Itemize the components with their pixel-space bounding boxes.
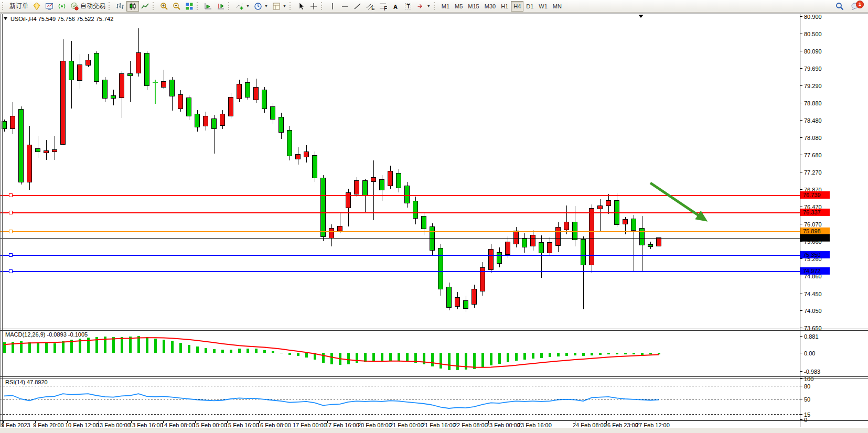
time-tick-label: 13 Feb 00:00 xyxy=(97,422,131,428)
toolbar-drag-handle[interactable] xyxy=(434,2,437,10)
template-icon xyxy=(272,2,281,10)
arrows-tool-button[interactable]: ▼ xyxy=(414,1,433,12)
auto-trading-button[interactable]: 自动交易 xyxy=(68,1,108,12)
svg-text:T: T xyxy=(406,3,410,9)
label-tool-button[interactable]: T xyxy=(402,1,414,12)
time-tick-label: 9 Feb 20:00 xyxy=(33,422,64,428)
macd-axis-label: 0.00 xyxy=(804,350,815,356)
zoom-out-button[interactable] xyxy=(170,1,183,12)
mt4-window: 新订单自动交易▼▼▼EFAT▼M1M5M15M30H1H4D1W1MN1 80.… xyxy=(0,0,868,433)
toolbar-drag-handle[interactable] xyxy=(228,2,231,10)
crosshair-tool-button[interactable] xyxy=(307,1,320,12)
search-button[interactable] xyxy=(833,1,846,12)
toolbar-drag-handle[interactable] xyxy=(2,2,5,10)
price-tick-label: 80.500 xyxy=(804,31,822,37)
signal-icon xyxy=(58,2,66,10)
new-order-button[interactable]: 新订单 xyxy=(7,1,30,12)
line-anchor-marker[interactable] xyxy=(9,230,12,233)
timeframe-m15[interactable]: M15 xyxy=(465,1,481,12)
channel-tool-button[interactable]: E xyxy=(364,1,377,12)
vertical-line-tool-button[interactable] xyxy=(326,1,339,12)
timeframe-w1[interactable]: W1 xyxy=(536,1,550,12)
chart-shift-button[interactable] xyxy=(215,1,227,12)
horizontal-line-tool-button[interactable] xyxy=(339,1,351,12)
price-tag-label: 75.898 xyxy=(803,228,821,234)
autotrade-icon xyxy=(70,2,79,10)
dropdown-caret-icon[interactable]: ▼ xyxy=(427,4,431,8)
indicators-button[interactable]: ▼ xyxy=(233,1,252,12)
svg-text:F: F xyxy=(384,5,387,10)
zoom-in-button[interactable] xyxy=(158,1,170,12)
trendline-tool-button[interactable] xyxy=(351,1,364,12)
navigator-button[interactable] xyxy=(56,1,68,12)
market-watch-button[interactable] xyxy=(30,1,43,12)
tile-windows-button[interactable] xyxy=(183,1,196,12)
rsi-line xyxy=(4,394,659,408)
price-tick-label: 74.450 xyxy=(804,291,822,297)
toolbar-drag-handle[interactable] xyxy=(109,2,112,10)
line-chart-mode-button[interactable] xyxy=(139,1,152,12)
rsi-axis-label: 50 xyxy=(804,396,810,403)
time-tick-label: 23 Feb 16:00 xyxy=(518,422,552,428)
toolbar-drag-handle[interactable] xyxy=(197,2,200,10)
price-tick-label: 73.650 xyxy=(804,325,822,331)
time-tick-label: 14 Feb 08:00 xyxy=(161,422,195,428)
channel-icon: E xyxy=(366,2,374,10)
clock-icon xyxy=(254,2,262,10)
time-tick-label: 15 Feb 00:00 xyxy=(193,422,227,428)
symbol-dropdown-icon[interactable] xyxy=(4,17,7,20)
data-window-button[interactable] xyxy=(43,1,56,12)
dropdown-caret-icon[interactable]: ▼ xyxy=(246,4,250,8)
dropdown-caret-icon[interactable]: ▼ xyxy=(264,4,268,8)
toolbar-drag-handle[interactable] xyxy=(290,2,293,10)
time-tick-label: 17 Feb 16:00 xyxy=(325,422,359,428)
timeframe-m1[interactable]: M1 xyxy=(439,1,452,12)
periods-button[interactable]: ▼ xyxy=(252,1,270,12)
line-anchor-marker[interactable] xyxy=(9,193,12,197)
price-tick-label: 80.090 xyxy=(804,48,822,55)
chart-area[interactable]: 80.90080.50080.09079.69079.29078.88078.4… xyxy=(0,13,868,433)
toolbar-drag-handle[interactable] xyxy=(321,2,324,10)
toolbar: 新订单自动交易▼▼▼EFAT▼M1M5M15M30H1H4D1W1MN1 xyxy=(0,0,868,13)
chart-shift-marker-icon[interactable] xyxy=(638,15,644,18)
line-anchor-marker[interactable] xyxy=(9,269,12,273)
timeframe-h1[interactable]: H1 xyxy=(498,1,511,12)
candlestick-mode-button[interactable] xyxy=(126,1,139,12)
time-tick-label: 20 Feb 08:00 xyxy=(358,422,392,428)
time-axis[interactable]: 9 Feb 20239 Feb 20:0010 Feb 12:0013 Feb … xyxy=(1,420,670,428)
svg-text:E: E xyxy=(371,5,374,10)
timeframe-d1[interactable]: D1 xyxy=(523,1,536,12)
chart-title: USOil-,H4 75.549 75.756 75.522 75.742 xyxy=(10,16,113,22)
price-axis[interactable]: 80.90080.50080.09079.69079.29078.88078.4… xyxy=(800,14,822,331)
zoom-in-icon xyxy=(160,2,168,10)
autoscroll-icon xyxy=(204,2,212,10)
macd-label: MACD(12,26,9) -0.0893 -0.1005 xyxy=(5,331,88,338)
arrow-annotation[interactable] xyxy=(650,183,705,220)
line-anchor-marker[interactable] xyxy=(9,253,12,256)
toolbar-group xyxy=(295,0,320,12)
auto-scroll-button[interactable] xyxy=(202,1,215,12)
trend-icon xyxy=(353,2,362,10)
price-tag-label: 74.972 xyxy=(803,268,821,274)
horizontal-lines[interactable] xyxy=(0,193,800,273)
timeframe-h4[interactable]: H4 xyxy=(511,1,523,12)
timeframe-m30[interactable]: M30 xyxy=(482,1,498,12)
rsi-axis-label: 0 xyxy=(804,417,807,423)
cursor-tool-button[interactable] xyxy=(295,1,307,12)
timeframe-m5[interactable]: M5 xyxy=(452,1,465,12)
notifications-button[interactable]: 1 xyxy=(849,1,862,12)
line-icon xyxy=(141,2,149,10)
templates-button[interactable]: ▼ xyxy=(270,1,288,12)
status-strip xyxy=(0,428,868,433)
fibonacci-tool-button[interactable]: F xyxy=(377,1,389,12)
toolbar-group xyxy=(114,0,152,12)
bar-chart-mode-button[interactable] xyxy=(114,1,126,12)
line-anchor-marker[interactable] xyxy=(9,211,12,214)
text-tool-button[interactable]: A xyxy=(389,1,402,12)
toolbar-drag-handle[interactable] xyxy=(153,2,156,10)
rsi-label: RSI(14) 47.8920 xyxy=(5,379,48,385)
price-tag-label: 75.350 xyxy=(803,252,821,258)
dropdown-caret-icon[interactable]: ▼ xyxy=(283,4,286,8)
timeframe-mn[interactable]: MN xyxy=(550,1,564,12)
toolbar-group: EFAT▼ xyxy=(326,0,433,12)
